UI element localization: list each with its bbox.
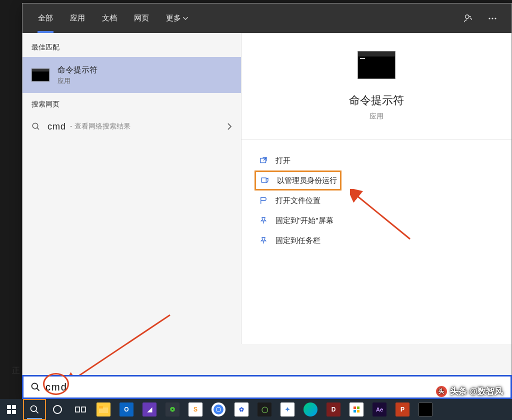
watermark-text: 头条 @数智风 — [450, 386, 503, 397]
taskbar-cmd[interactable] — [414, 399, 437, 420]
cmd-icon — [32, 66, 50, 84]
pin-icon — [258, 214, 270, 226]
taskbar: O ◢ ❂ S ✿ ◯ ✦ D Ae P — [0, 399, 512, 420]
result-subtitle: 应用 — [58, 76, 98, 86]
svg-rect-10 — [7, 405, 11, 409]
action-open-location[interactable]: 打开文件位置 — [254, 190, 512, 210]
taskbar-sogou[interactable]: S — [184, 399, 207, 420]
taskbar-powerpoint[interactable]: P — [391, 399, 414, 420]
preview-subtitle: 应用 — [370, 112, 384, 121]
taskbar-chrome[interactable] — [207, 399, 230, 420]
action-run-as-admin[interactable]: 以管理员身份运行 — [259, 174, 337, 186]
taskbar-app-green[interactable]: ◯ — [253, 399, 276, 420]
svg-rect-13 — [12, 410, 16, 414]
svg-rect-11 — [12, 405, 16, 409]
tab-all[interactable]: 全部 — [30, 4, 62, 33]
svg-point-15 — [54, 406, 62, 414]
taskbar-wechat[interactable]: ❂ — [161, 399, 184, 420]
annotation-highlight-admin: 以管理员身份运行 — [254, 170, 342, 190]
tab-more[interactable]: 更多 — [158, 4, 196, 33]
tab-web[interactable]: 网页 — [126, 4, 158, 33]
action-open[interactable]: 打开 — [254, 150, 512, 170]
svg-rect-24 — [357, 406, 360, 409]
svg-point-2 — [492, 18, 493, 19]
svg-point-0 — [466, 14, 469, 18]
result-title: 命令提示符 — [58, 65, 98, 76]
svg-rect-6 — [262, 178, 266, 182]
action-label: 打开 — [276, 156, 290, 166]
svg-point-1 — [488, 18, 490, 19]
action-label: 固定到"开始"屏幕 — [276, 216, 334, 226]
preview-app-icon — [358, 51, 396, 79]
search-icon — [30, 382, 40, 392]
svg-point-14 — [31, 406, 37, 412]
svg-rect-16 — [76, 407, 80, 412]
taskbar-wechat-work[interactable]: ✦ — [276, 399, 299, 420]
svg-rect-19 — [99, 406, 103, 408]
svg-rect-12 — [7, 410, 11, 414]
search-tabs-bar: 全部 应用 文档 网页 更多 — [22, 4, 512, 33]
web-hint: - 查看网络搜索结果 — [70, 122, 130, 131]
action-label: 以管理员身份运行 — [277, 176, 337, 186]
svg-rect-26 — [357, 410, 360, 412]
web-query-text: cmd — [48, 122, 66, 132]
chevron-down-icon — [183, 17, 188, 20]
feedback-icon[interactable] — [456, 6, 480, 30]
action-label: 固定到任务栏 — [276, 236, 320, 246]
taskbar-taskview[interactable] — [69, 399, 92, 420]
taskbar-iris[interactable]: ◢ — [138, 399, 161, 420]
watermark: 头 头条 @数智风 — [436, 386, 503, 397]
best-match-result[interactable]: 命令提示符 应用 — [22, 57, 241, 93]
svg-rect-17 — [82, 407, 86, 412]
action-label: 打开文件位置 — [276, 196, 320, 206]
action-pin-start[interactable]: 固定到"开始"屏幕 — [254, 210, 512, 230]
svg-point-3 — [494, 18, 496, 19]
taskbar-search-button[interactable] — [23, 399, 46, 420]
truncated-background-text: 正 — [12, 366, 21, 374]
svg-point-4 — [32, 123, 38, 128]
watermark-logo-icon: 头 — [436, 386, 447, 397]
taskbar-diablo[interactable]: D — [322, 399, 345, 420]
taskbar-cortana[interactable] — [46, 399, 69, 420]
start-button[interactable] — [0, 399, 23, 420]
results-column: 最佳匹配 命令提示符 应用 搜索网页 cmd - 查看网络搜索结果 — [22, 33, 242, 344]
folder-icon — [258, 194, 270, 206]
taskbar-baidu[interactable]: ✿ — [230, 399, 253, 420]
action-pin-taskbar[interactable]: 固定到任务栏 — [254, 230, 512, 250]
svg-point-9 — [32, 384, 38, 390]
search-content: 最佳匹配 命令提示符 应用 搜索网页 cmd - 查看网络搜索结果 — [22, 33, 512, 344]
open-icon — [258, 154, 270, 166]
svg-rect-25 — [354, 410, 356, 412]
taskbar-store[interactable] — [345, 399, 368, 420]
search-icon — [32, 122, 42, 131]
preview-title: 命令提示符 — [349, 93, 404, 108]
taskbar-aftereffects[interactable]: Ae — [368, 399, 391, 420]
pin-icon — [258, 234, 270, 246]
section-best-match: 最佳匹配 — [22, 36, 241, 57]
shield-icon — [259, 174, 271, 186]
preview-column: 命令提示符 应用 打开 以管理员身份运行 打开 — [242, 33, 512, 344]
windows-search-panel: 全部 应用 文档 网页 更多 最佳匹配 命令提示符 应用 — [22, 3, 512, 399]
section-search-web: 搜索网页 — [22, 93, 241, 114]
svg-point-22 — [216, 408, 220, 412]
chevron-right-icon — [227, 122, 232, 130]
web-search-result[interactable]: cmd - 查看网络搜索结果 — [22, 114, 241, 139]
tab-documents[interactable]: 文档 — [94, 4, 126, 33]
taskbar-outlook[interactable]: O — [115, 399, 138, 420]
taskbar-explorer[interactable] — [92, 399, 115, 420]
svg-rect-23 — [354, 406, 356, 409]
tab-apps[interactable]: 应用 — [62, 4, 94, 33]
taskbar-edge[interactable] — [299, 399, 322, 420]
options-icon[interactable] — [480, 6, 504, 30]
preview-actions: 打开 以管理员身份运行 打开文件位置 固定到"开始"屏幕 — [242, 139, 512, 250]
annotation-circle — [43, 373, 69, 395]
